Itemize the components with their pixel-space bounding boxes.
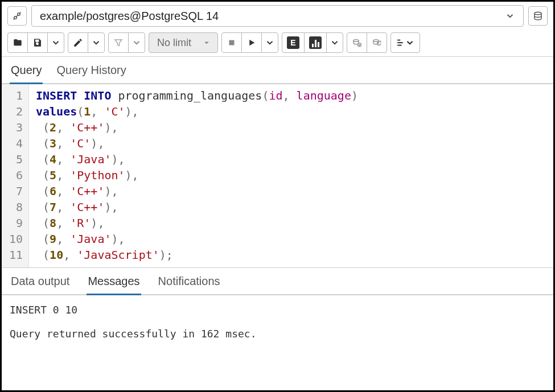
- macros-button[interactable]: [391, 33, 420, 52]
- edit-button[interactable]: [68, 33, 88, 52]
- tab-messages[interactable]: Messages: [87, 270, 141, 295]
- execute-dropdown[interactable]: [261, 33, 278, 52]
- explain-button[interactable]: E: [282, 33, 304, 52]
- save-dropdown[interactable]: [47, 33, 64, 52]
- execute-button[interactable]: [241, 33, 261, 52]
- svg-point-4: [36, 43, 39, 45]
- rollback-button[interactable]: [367, 33, 387, 52]
- sql-code-area[interactable]: INSERT INTO programming_languages(id, la…: [29, 84, 365, 267]
- line-number-gutter: 1234567891011: [2, 84, 29, 267]
- explain-dropdown[interactable]: [326, 33, 343, 52]
- message-line: INSERT 0 10: [10, 302, 545, 318]
- filter-group: [108, 32, 145, 53]
- chart-icon: [309, 36, 322, 49]
- tab-notifications[interactable]: Notifications: [157, 270, 221, 295]
- row-limit-label: No limit: [157, 37, 191, 49]
- explain-analyze-button[interactable]: [304, 33, 326, 52]
- connection-label: example/postgres@PostgreSQL 14: [40, 10, 501, 23]
- svg-point-2: [535, 12, 541, 15]
- macro-group: [390, 32, 420, 53]
- server-icon-button[interactable]: [528, 6, 548, 26]
- filter-dropdown[interactable]: [128, 33, 145, 52]
- svg-point-6: [353, 39, 359, 42]
- explain-icon: E: [287, 36, 299, 49]
- filter-button[interactable]: [109, 33, 128, 52]
- tab-query[interactable]: Query: [10, 59, 43, 84]
- execute-group: [221, 32, 278, 53]
- file-group: [7, 32, 64, 53]
- svg-rect-3: [35, 40, 39, 42]
- connection-status-icon[interactable]: [7, 6, 27, 26]
- commit-button[interactable]: [347, 33, 367, 52]
- caret-down-icon: [202, 38, 212, 48]
- tab-query-history[interactable]: Query History: [55, 59, 127, 84]
- save-button[interactable]: [27, 33, 47, 52]
- svg-point-13: [397, 42, 398, 43]
- stop-button[interactable]: [222, 33, 241, 52]
- output-tabbar: Data output Messages Notifications: [2, 268, 553, 295]
- messages-panel: INSERT 0 10 Query returned successfully …: [2, 295, 553, 349]
- row-limit-selector[interactable]: No limit: [149, 32, 218, 53]
- message-line: Query returned successfully in 162 msec.: [10, 326, 545, 342]
- editor-tabbar: Query Query History: [2, 57, 553, 84]
- explain-group: E: [282, 32, 343, 53]
- connection-selector[interactable]: example/postgres@PostgreSQL 14: [31, 5, 524, 27]
- chevron-down-icon: [505, 11, 515, 21]
- commit-group: [347, 32, 387, 53]
- edit-group: [68, 32, 105, 53]
- svg-point-14: [397, 45, 398, 46]
- sql-editor[interactable]: 1234567891011 INSERT INTO programming_la…: [2, 84, 553, 268]
- svg-rect-5: [229, 40, 235, 46]
- connection-bar: example/postgres@PostgreSQL 14: [2, 2, 553, 30]
- query-toolbar: No limit E: [2, 30, 553, 57]
- open-file-button[interactable]: [8, 33, 27, 52]
- svg-point-8: [373, 39, 379, 42]
- edit-dropdown[interactable]: [88, 33, 104, 52]
- tab-data-output[interactable]: Data output: [10, 270, 71, 295]
- svg-point-12: [397, 40, 398, 41]
